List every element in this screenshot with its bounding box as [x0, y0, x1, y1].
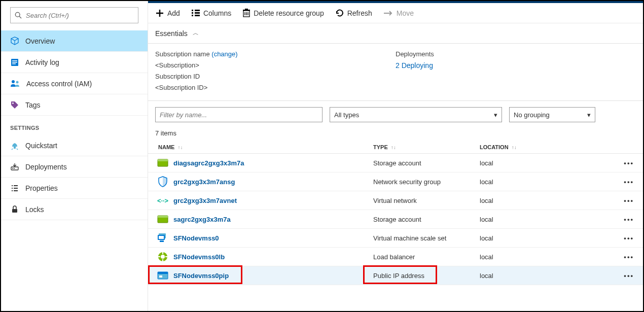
- items-count: 7 items: [148, 127, 643, 141]
- resource-icon: [157, 157, 168, 168]
- table-row[interactable]: SFNodevmss0lbLoad balancerlocal•••: [148, 248, 643, 266]
- settings-header: SETTINGS: [1, 116, 148, 135]
- resource-type-cell: Virtual machine scale set: [373, 234, 480, 242]
- svg-rect-24: [195, 15, 200, 16]
- resource-name-cell[interactable]: diagsagrc2gxg3x3m7a: [155, 157, 373, 168]
- essentials-toggle[interactable]: Essentials ︿: [148, 23, 643, 44]
- table-row[interactable]: SFNodevmss0pipPublic IP addresslocal•••: [148, 266, 643, 285]
- row-actions[interactable]: •••: [581, 272, 636, 280]
- filter-input[interactable]: [155, 107, 323, 122]
- svg-rect-41: [159, 275, 162, 278]
- resource-icon: <··>: [157, 195, 168, 206]
- table-row[interactable]: sagrc2gxg3x3m7aStorage accountlocal•••: [148, 210, 643, 229]
- search-box[interactable]: [10, 7, 138, 23]
- activity-log-icon: [10, 58, 19, 67]
- resource-type-cell: Virtual network: [373, 197, 480, 204]
- svg-line-1: [19, 16, 21, 18]
- deployments-icon: [10, 162, 19, 171]
- sidebar-item-activity-log[interactable]: Activity log: [1, 52, 148, 73]
- refresh-button[interactable]: Refresh: [335, 9, 372, 18]
- resource-type-cell: Load balancer: [373, 253, 480, 261]
- types-dropdown[interactable]: All types ▾: [330, 107, 502, 122]
- sidebar-item-locks[interactable]: Locks: [1, 199, 148, 220]
- resource-name-cell[interactable]: SFNodevmss0lb: [155, 251, 373, 262]
- row-actions[interactable]: •••: [581, 197, 636, 204]
- add-icon: [155, 9, 164, 18]
- columns-label: Columns: [203, 9, 231, 17]
- row-actions[interactable]: •••: [581, 253, 636, 261]
- resource-name: SFNodevmss0lb: [173, 253, 225, 261]
- resource-icon: [157, 251, 168, 262]
- locks-icon: [10, 205, 19, 214]
- grouping-dropdown[interactable]: No grouping ▾: [509, 107, 595, 122]
- resource-name: sagrc2gxg3x3m7a: [173, 216, 231, 223]
- svg-point-0: [15, 12, 20, 17]
- move-button[interactable]: Move: [383, 9, 414, 17]
- svg-point-6: [12, 80, 15, 83]
- svg-rect-27: [245, 9, 248, 10]
- change-link[interactable]: (change): [211, 50, 237, 58]
- table-row[interactable]: <··>grc2gxg3x3m7avnetVirtual networkloca…: [148, 191, 643, 210]
- sidebar-item-label: Activity log: [25, 58, 59, 66]
- resource-name-cell[interactable]: <··>grc2gxg3x3m7avnet: [155, 195, 373, 206]
- delete-button[interactable]: Delete resource group: [242, 9, 324, 18]
- resource-location-cell: local: [480, 234, 581, 242]
- sidebar-item-label: Overview: [25, 37, 55, 45]
- subscription-name-label: Subscription name: [155, 50, 210, 58]
- sort-icon: ↑↓: [391, 145, 396, 150]
- sidebar-item-tags[interactable]: Tags: [1, 94, 148, 116]
- svg-rect-13: [14, 185, 18, 186]
- add-button[interactable]: Add: [155, 9, 180, 18]
- sidebar-item-overview[interactable]: Overview: [1, 30, 148, 52]
- sidebar-item-label: Deployments: [25, 163, 67, 171]
- resource-icon: [157, 270, 168, 281]
- svg-rect-20: [192, 12, 193, 14]
- resource-location-cell: local: [480, 253, 581, 261]
- essentials-label: Essentials: [155, 29, 188, 38]
- search-input[interactable]: [22, 12, 134, 19]
- svg-rect-4: [12, 62, 17, 63]
- subscription-id-label: Subscription ID: [155, 71, 396, 82]
- deployments-value[interactable]: 2 Deploying: [396, 60, 636, 72]
- iam-icon: [10, 79, 20, 88]
- svg-point-7: [16, 81, 19, 83]
- sidebar-item-quickstart[interactable]: Quickstart: [1, 135, 148, 156]
- col-name[interactable]: NAME↑↓: [155, 144, 373, 150]
- chevron-up-icon: ︿: [193, 29, 199, 38]
- sidebar-item-properties[interactable]: Properties: [1, 178, 148, 199]
- svg-point-38: [161, 255, 165, 259]
- table-row[interactable]: grc2gxg3x3m7ansgNetwork security grouplo…: [148, 172, 643, 191]
- resource-name-cell[interactable]: grc2gxg3x3m7ansg: [155, 176, 373, 187]
- row-actions[interactable]: •••: [581, 159, 636, 167]
- svg-rect-5: [12, 63, 16, 64]
- table-row[interactable]: diagsagrc2gxg3x3m7aStorage accountlocal•…: [148, 154, 643, 172]
- row-actions[interactable]: •••: [581, 234, 636, 242]
- sidebar-item-label: Quickstart: [25, 142, 57, 150]
- deployments-label: Deployments: [396, 49, 636, 60]
- col-location[interactable]: LOCATION↑↓: [480, 144, 581, 150]
- sidebar-item-label: Locks: [25, 205, 44, 214]
- resource-name: SFNodevmss0: [173, 234, 219, 242]
- row-actions[interactable]: •••: [581, 216, 636, 223]
- sidebar-item-iam[interactable]: Access control (IAM): [1, 73, 148, 94]
- table-row[interactable]: SFNodevmss0Virtual machine scale setloca…: [148, 229, 643, 248]
- resource-type-cell: Public IP address: [373, 272, 480, 280]
- resource-name-cell[interactable]: SFNodevmss0: [155, 232, 373, 244]
- table-header: NAME↑↓ TYPE↑↓ LOCATION↑↓: [148, 141, 643, 154]
- columns-button[interactable]: Columns: [191, 9, 231, 17]
- resource-name-cell[interactable]: SFNodevmss0pip: [155, 270, 373, 281]
- delete-label: Delete resource group: [254, 9, 324, 17]
- types-value: All types: [334, 111, 359, 119]
- sidebar-item-deployments[interactable]: Deployments: [1, 156, 148, 178]
- svg-point-11: [14, 168, 15, 169]
- svg-rect-14: [12, 188, 13, 189]
- resource-name-cell[interactable]: sagrc2gxg3x3m7a: [155, 214, 373, 225]
- resource-type-cell: Storage account: [373, 159, 480, 167]
- row-actions[interactable]: •••: [581, 178, 636, 186]
- main-panel: Add Columns Delete resource group Refres…: [148, 1, 643, 311]
- col-type[interactable]: TYPE↑↓: [373, 144, 480, 150]
- sort-icon: ↑↓: [177, 145, 183, 150]
- grouping-value: No grouping: [514, 111, 550, 119]
- svg-rect-35: [159, 236, 164, 239]
- add-label: Add: [167, 9, 180, 17]
